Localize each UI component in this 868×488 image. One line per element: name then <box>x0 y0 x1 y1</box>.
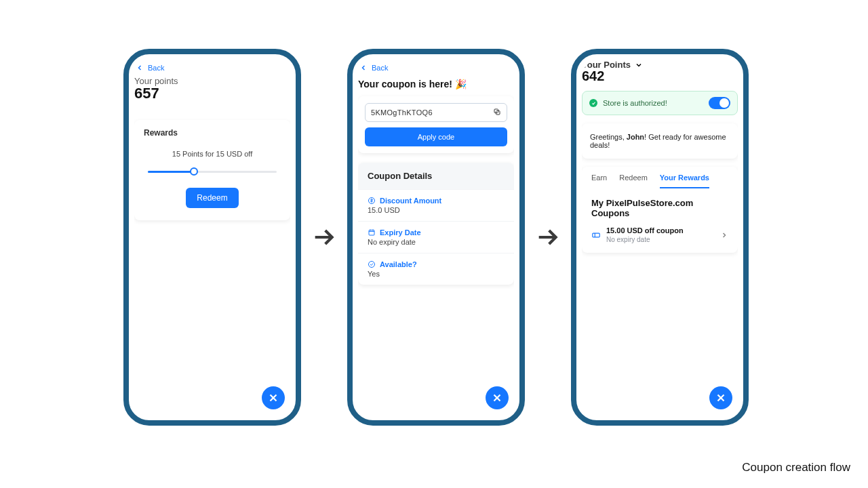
slider-fill <box>148 171 194 173</box>
close-icon <box>267 392 279 404</box>
tab-your-rewards[interactable]: Your Rewards <box>660 174 709 188</box>
coupon-title: 15.00 USD off coupon <box>606 226 715 235</box>
coupon-row[interactable]: 15.00 USD off coupon No expiry date <box>582 222 738 253</box>
close-icon <box>715 392 727 404</box>
details-header: Coupon Details <box>358 163 514 189</box>
detail-row-expiry: Expiry Date No expiry date <box>358 221 514 253</box>
greeting-card: Greetings, John! Get ready for awesome d… <box>582 123 738 159</box>
copy-icon[interactable] <box>493 108 501 117</box>
success-icon <box>589 99 597 107</box>
auth-text: Store is authorized! <box>603 99 667 107</box>
coupons-section-title: My PixelPulseStore.com Coupons <box>582 188 738 222</box>
phone-side-button <box>747 168 749 205</box>
figure-caption: Coupon creation flow <box>742 461 850 474</box>
phone-side-button <box>524 136 525 159</box>
calendar-icon <box>368 228 376 237</box>
flow-arrow-icon <box>529 224 567 251</box>
store-authorized-banner: Store is authorized! <box>582 91 738 115</box>
back-button[interactable]: Back <box>358 60 514 75</box>
back-label: Back <box>372 64 388 72</box>
greeting-name: John <box>627 133 644 141</box>
redeem-button[interactable]: Redeem <box>186 188 238 208</box>
rewards-title: Rewards <box>144 128 281 138</box>
detail-key: Discount Amount <box>380 197 441 205</box>
arrow-left-icon <box>136 64 144 72</box>
points-slider[interactable] <box>148 167 277 176</box>
rewards-card: Rewards 15 Points for 15 USD off Redeem <box>134 120 290 220</box>
flow-arrow-icon <box>305 224 343 251</box>
points-value: 657 <box>134 85 290 102</box>
phone-side-button <box>300 136 301 159</box>
phone-side-button <box>747 211 749 248</box>
detail-key: Available? <box>380 260 417 268</box>
phone-mockup-1: Back Your points 657 Rewards 15 Points f… <box>123 49 301 426</box>
phone-side-button <box>524 168 525 205</box>
coupon-code-field[interactable]: 5KMOgThKTOQ6 <box>365 103 507 122</box>
close-icon <box>491 392 503 404</box>
coupon-flow-figure: Back Your points 657 Rewards 15 Points f… <box>0 0 868 488</box>
points-value: 642 <box>582 68 738 84</box>
detail-row-discount: Discount Amount 15.0 USD <box>358 189 514 221</box>
phone-mockup-3: Your Points 642 Store is authorized! Gre… <box>571 49 749 426</box>
coupon-title: Your coupon is here! 🎉 <box>358 79 514 89</box>
arrow-left-icon <box>359 64 368 72</box>
svg-point-4 <box>369 262 375 268</box>
detail-value: 15.0 USD <box>368 206 505 214</box>
check-circle-icon <box>368 260 376 268</box>
phone-side-button <box>524 211 525 248</box>
coupon-code-text: 5KMOgThKTOQ6 <box>371 108 493 117</box>
phone-side-button <box>300 168 301 205</box>
dollar-icon <box>368 197 376 205</box>
close-button[interactable] <box>709 386 732 409</box>
phone-side-button <box>300 211 301 248</box>
back-button[interactable]: Back <box>134 60 290 75</box>
detail-value: No expiry date <box>368 238 505 246</box>
ticket-icon <box>591 230 601 240</box>
greeting-pre: Greetings, <box>590 133 627 141</box>
phone-side-button <box>747 136 749 159</box>
detail-value: Yes <box>368 270 505 278</box>
tab-redeem[interactable]: Redeem <box>619 174 648 188</box>
back-label: Back <box>148 64 164 72</box>
close-button[interactable] <box>262 386 285 409</box>
coupon-code-card: 5KMOgThKTOQ6 Apply code <box>358 96 514 153</box>
detail-row-available: Available? Yes <box>358 253 514 285</box>
slider-thumb[interactable] <box>190 167 198 176</box>
svg-rect-3 <box>369 230 374 236</box>
rewards-tabs-card: Earn Redeem Your Rewards My PixelPulseSt… <box>582 167 738 253</box>
chevron-right-icon <box>720 231 728 239</box>
tab-earn[interactable]: Earn <box>591 174 607 188</box>
chevron-down-icon <box>635 61 643 69</box>
coupon-details-card: Coupon Details Discount Amount 15.0 USD … <box>358 163 514 285</box>
coupon-subtitle: No expiry date <box>606 236 715 243</box>
svg-rect-5 <box>593 233 600 237</box>
redeem-rate-text: 15 Points for 15 USD off <box>144 150 281 158</box>
close-button[interactable] <box>486 386 509 409</box>
auth-toggle[interactable] <box>709 97 730 109</box>
detail-key: Expiry Date <box>380 228 421 237</box>
tab-bar: Earn Redeem Your Rewards <box>582 167 738 188</box>
phone-mockup-2: Back Your coupon is here! 🎉 5KMOgThKTOQ6… <box>347 49 525 426</box>
apply-code-button[interactable]: Apply code <box>365 127 507 146</box>
